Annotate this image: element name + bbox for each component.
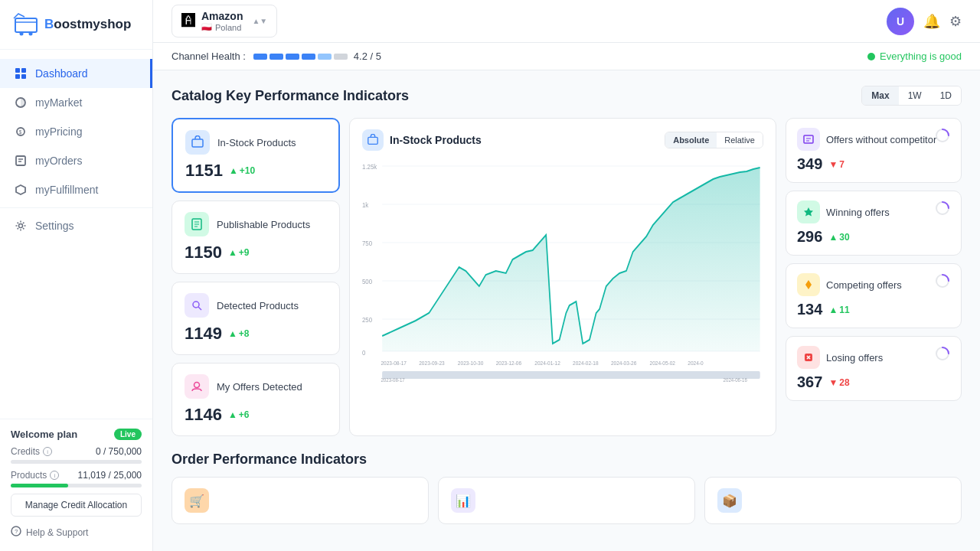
- spin-settings-icon[interactable]: ⚙: [949, 13, 962, 30]
- kpi-right-offers-without-competitor[interactable]: Offers without competitor 349 ▼ 7: [786, 118, 962, 183]
- svg-text:750: 750: [362, 239, 372, 247]
- chart-type-absolute[interactable]: Absolute: [665, 132, 717, 148]
- in-stock-value: 1151: [185, 161, 223, 181]
- mymarket-label: myMarket: [35, 96, 82, 109]
- svg-rect-5: [15, 74, 20, 79]
- period-btn-1d[interactable]: 1D: [931, 86, 961, 105]
- competing-offers-value: 134: [797, 301, 822, 318]
- publishable-value: 1150: [185, 243, 222, 262]
- chart-type-relative[interactable]: Relative: [717, 132, 763, 148]
- in-stock-delta: ▲ +10: [229, 165, 255, 176]
- svg-rect-0: [15, 18, 37, 32]
- mymarket-icon: [14, 96, 28, 109]
- losing-offers-title: Losing offers: [826, 352, 883, 364]
- kpi-left-column: In-Stock Products 1151 ▲ +10: [172, 118, 340, 436]
- down-arrow-icon: ▼: [828, 159, 838, 170]
- sidebar-item-myorders[interactable]: myOrders: [0, 146, 152, 175]
- svg-rect-4: [21, 68, 26, 73]
- order-section-title: Order Performance Indicators: [172, 452, 962, 468]
- order-card-1[interactable]: 🛒: [172, 477, 429, 524]
- settings-icon: [14, 219, 28, 233]
- catalog-section-title: Catalog Key Performance Indicators: [172, 88, 409, 104]
- chart-header: In-Stock Products Absolute Relative: [362, 129, 763, 151]
- channel-selector[interactable]: 🅰 Amazon 🇵🇱 Poland ▲▼: [172, 5, 277, 37]
- dashboard-label: Dashboard: [35, 67, 88, 80]
- chevron-down-icon: ▲▼: [252, 17, 267, 25]
- sidebar-item-mypricing[interactable]: $ myPricing: [0, 117, 152, 146]
- kpi-card-publishable[interactable]: Publishable Products 1150 ▲ +9: [172, 201, 340, 274]
- svg-rect-6: [21, 74, 26, 79]
- sidebar-bottom: Welcome plan Live Credits i 0 / 750,000 …: [0, 419, 152, 551]
- svg-text:2023-08-17: 2023-08-17: [381, 360, 407, 366]
- order-card-2[interactable]: 📊: [438, 477, 695, 524]
- competing-offers-title: Competing offers: [826, 279, 902, 291]
- offers-without-competitor-icon: [797, 128, 820, 151]
- svg-text:2023-09-23: 2023-09-23: [419, 360, 445, 366]
- kpi-card-my-offers[interactable]: My Offers Detected 1146 ▲ +6: [172, 363, 340, 436]
- svg-rect-18: [368, 137, 377, 144]
- winning-offers-icon: [797, 201, 820, 223]
- health-dots: [253, 54, 348, 60]
- health-dot-3: [286, 54, 299, 60]
- offers-without-competitor-value: 349: [797, 155, 822, 173]
- winning-offers-value: 296: [797, 228, 822, 246]
- offers-without-competitor-delta: ▼ 7: [828, 159, 844, 170]
- channel-country: Poland: [215, 23, 241, 32]
- svg-point-17: [194, 383, 200, 388]
- svg-point-2: [29, 32, 33, 36]
- help-support-row[interactable]: ? Help & Support: [11, 523, 142, 542]
- sidebar: Boostmyshop Dashboard myMarket $ myPrici…: [0, 0, 153, 551]
- main-content: 🅰 Amazon 🇵🇱 Poland ▲▼ U 🔔 ⚙ Channel Heal…: [153, 0, 980, 551]
- competing-offers-delta: ▲ 11: [828, 305, 849, 315]
- health-dot-1: [253, 54, 267, 60]
- myorders-label: myOrders: [35, 155, 82, 167]
- svg-point-11: [19, 224, 23, 228]
- svg-text:2024-05-02: 2024-05-02: [650, 360, 676, 366]
- mypricing-label: myPricing: [35, 126, 82, 138]
- period-btn-max[interactable]: Max: [862, 86, 898, 105]
- svg-rect-3: [15, 68, 20, 73]
- chart-title-row: In-Stock Products: [362, 129, 482, 151]
- order-card-3[interactable]: 📦: [704, 477, 962, 524]
- svg-rect-10: [16, 156, 25, 165]
- competing-offers-icon: [797, 273, 820, 296]
- detected-icon: [185, 293, 209, 318]
- products-progress-bg: [11, 484, 142, 487]
- svg-text:$: $: [19, 129, 22, 135]
- down-arrow-icon: ▼: [828, 377, 838, 388]
- kpi-right-competing-offers[interactable]: Competing offers 134 ▲ 11: [786, 263, 962, 328]
- channel-info: Amazon 🇵🇱 Poland: [201, 10, 243, 32]
- period-btn-1w[interactable]: 1W: [899, 86, 931, 105]
- svg-text:?: ?: [15, 528, 18, 535]
- amazon-icon: 🅰: [181, 13, 195, 29]
- health-dot-4: [302, 54, 315, 60]
- sidebar-item-myfulfillment[interactable]: myFulfillment: [0, 175, 152, 204]
- sidebar-item-mymarket[interactable]: myMarket: [0, 88, 152, 117]
- channel-name: Amazon: [201, 10, 243, 22]
- catalog-section-header: Catalog Key Performance Indicators Max 1…: [172, 86, 962, 106]
- winning-offers-delta: ▲ 30: [828, 232, 849, 243]
- sidebar-item-settings[interactable]: Settings: [0, 211, 152, 240]
- bell-icon[interactable]: 🔔: [923, 13, 940, 30]
- kpi-card-detected[interactable]: Detected Products 1149 ▲ +8: [172, 282, 340, 355]
- detected-delta: ▲ +8: [228, 328, 250, 339]
- publishable-delta: ▲ +9: [228, 247, 250, 258]
- kpi-grid: In-Stock Products 1151 ▲ +10: [172, 118, 962, 436]
- products-value: 11,019 / 25,000: [78, 470, 142, 481]
- sidebar-item-dashboard[interactable]: Dashboard: [0, 59, 152, 88]
- kpi-right-losing-offers[interactable]: Losing offers 367 ▼ 28: [786, 336, 962, 401]
- health-dot-2: [270, 54, 283, 60]
- detected-title: Detected Products: [217, 300, 299, 311]
- svg-rect-44: [804, 135, 813, 143]
- manage-credit-button[interactable]: Manage Credit Allocation: [11, 494, 142, 517]
- products-label: Products i: [11, 470, 59, 481]
- up-arrow-icon: ▲: [229, 165, 238, 176]
- kpi-card-in-stock[interactable]: In-Stock Products 1151 ▲ +10: [172, 118, 340, 193]
- spinner-competing: [935, 273, 950, 289]
- health-dot-6: [334, 54, 348, 60]
- svg-text:2024-03-26: 2024-03-26: [611, 360, 637, 366]
- up-arrow-icon: ▲: [228, 409, 237, 420]
- kpi-right-winning-offers[interactable]: Winning offers 296 ▲ 30: [786, 191, 962, 256]
- spinner-losing: [935, 346, 950, 361]
- detected-value: 1149: [185, 324, 222, 344]
